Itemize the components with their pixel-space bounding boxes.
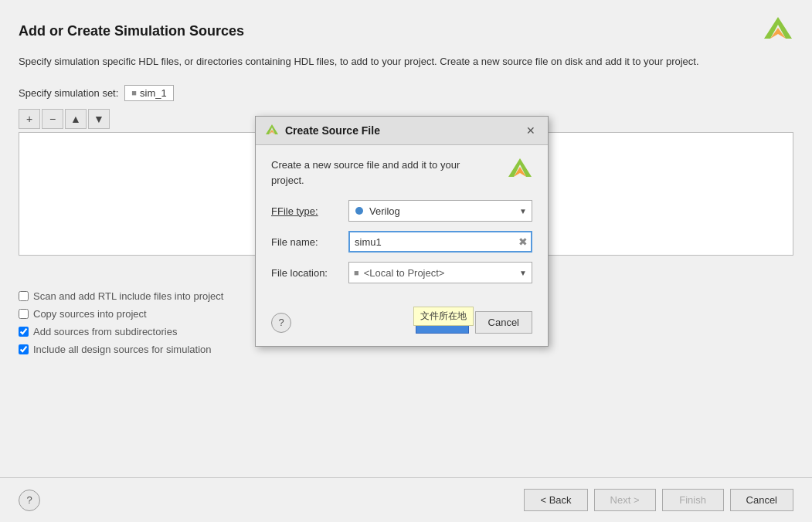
- move-up-button[interactable]: ▲: [65, 109, 87, 129]
- file-name-input-wrapper: ✖: [348, 231, 532, 253]
- page-title-row: Add or Create Simulation Sources: [19, 15, 793, 46]
- checkbox-scan[interactable]: [19, 291, 29, 301]
- modal-logo-icon: [508, 158, 532, 182]
- cancel-button[interactable]: Cancel: [730, 489, 793, 511]
- checkbox-design[interactable]: [19, 344, 29, 354]
- checkbox-scan-label: Scan and add RTL include files into proj…: [33, 290, 223, 302]
- file-type-label-underline: F: [271, 205, 277, 217]
- create-source-file-modal: Create Source File ✕ Create a new source…: [255, 116, 549, 347]
- modal-body: Create a new source file and add it to y…: [256, 145, 548, 305]
- modal-icon: [265, 124, 279, 137]
- file-location-dropdown[interactable]: ■ <Local to Project> ▼: [348, 262, 532, 283]
- sim-set-label: Specify simulation set:: [19, 87, 118, 99]
- tooltip: 文件所在地: [413, 307, 474, 326]
- page-title: Add or Create Simulation Sources: [19, 23, 244, 39]
- file-name-row: File name: ✖: [271, 231, 532, 253]
- checkbox-subdirs[interactable]: [19, 327, 29, 337]
- modal-description: Create a new source file and add it to y…: [271, 158, 532, 188]
- sim-set-icon: ■: [131, 88, 137, 97]
- page-header: Add or Create Simulation Sources Specify…: [0, 0, 812, 77]
- file-location-arrow-icon: ▼: [515, 269, 532, 277]
- move-down-button[interactable]: ▼: [88, 109, 110, 129]
- remove-button[interactable]: −: [42, 109, 63, 129]
- help-button[interactable]: ?: [19, 490, 40, 511]
- footer-left: ?: [19, 490, 40, 511]
- file-type-value: Verilog: [369, 205, 515, 217]
- modal-title-content: Create Source File: [265, 124, 380, 137]
- modal-title: Create Source File: [285, 124, 380, 137]
- checkbox-copy[interactable]: [19, 309, 29, 319]
- file-location-value: <Local to Project>: [364, 267, 515, 279]
- svg-marker-2: [266, 124, 278, 134]
- checkbox-copy-label: Copy sources into project: [33, 308, 147, 320]
- file-name-input[interactable]: [350, 236, 515, 248]
- sim-set-text: sim_1: [140, 87, 167, 99]
- page-footer: ? < Back Next > Finish Cancel: [0, 477, 812, 522]
- clear-input-icon[interactable]: ✖: [515, 236, 531, 248]
- finish-button[interactable]: Finish: [662, 489, 724, 511]
- modal-description-text: Create a new source file and add it to y…: [271, 158, 472, 188]
- modal-help-button[interactable]: ?: [271, 313, 291, 333]
- file-location-row: File location: ■ <Local to Project> ▼: [271, 262, 532, 283]
- file-type-row: FFile type: Verilog ▼: [271, 200, 532, 222]
- modal-cancel-button[interactable]: Cancel: [475, 311, 532, 334]
- file-type-dropdown[interactable]: Verilog ▼: [348, 200, 532, 222]
- sim-set-row: Specify simulation set: ■ sim_1: [19, 85, 793, 101]
- page-description: Specify simulation specific HDL files, o…: [19, 54, 714, 69]
- add-button[interactable]: +: [19, 109, 40, 129]
- file-type-dot: [355, 207, 363, 215]
- checkbox-design-label: Include all design sources for simulatio…: [33, 344, 212, 355]
- file-location-label: File location:: [271, 267, 348, 279]
- file-type-arrow-icon: ▼: [515, 207, 532, 215]
- file-name-label: File name:: [271, 236, 348, 248]
- modal-footer: ? OK Cancel: [256, 305, 548, 346]
- checkbox-subdirs-label: Add sources from subdirectories: [33, 326, 177, 337]
- back-button[interactable]: < Back: [524, 489, 587, 511]
- vivado-logo-icon: [763, 15, 793, 46]
- next-button[interactable]: Next >: [594, 489, 656, 511]
- footer-buttons: < Back Next > Finish Cancel: [524, 489, 793, 511]
- modal-close-button[interactable]: ✕: [523, 123, 539, 138]
- modal-titlebar: Create Source File ✕: [256, 117, 548, 145]
- file-loc-icon: ■: [354, 268, 359, 277]
- file-type-label: FFile type:: [271, 205, 348, 217]
- sim-set-dropdown[interactable]: ■ sim_1: [124, 85, 173, 101]
